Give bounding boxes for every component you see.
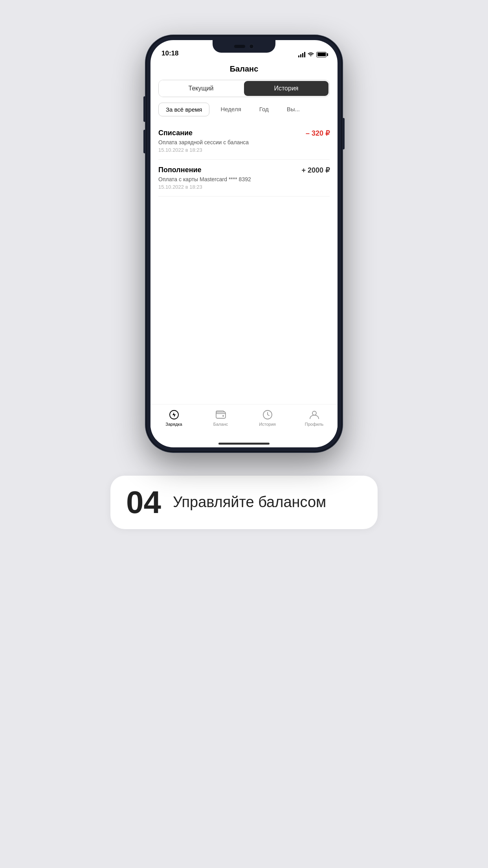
period-week[interactable]: Неделя [213, 103, 248, 116]
profile-icon [309, 409, 320, 420]
caption-text: Управляйте балансом [173, 493, 326, 511]
transaction-list: Списание – 320 ₽ Оплата зарядной сессии … [150, 123, 338, 404]
period-filters: За всё время Неделя Год Вы... [150, 103, 338, 123]
notch-camera [249, 44, 254, 49]
caption-number: 04 [126, 487, 161, 518]
home-bar [218, 443, 270, 445]
phone-screen: 10:18 [150, 40, 338, 447]
notch-sensor [234, 45, 245, 48]
nav-item-charge[interactable]: Зарядка [162, 409, 186, 427]
period-custom[interactable]: Вы... [280, 103, 307, 116]
transaction-desc-1: Оплата с карты Mastercard **** 8392 [158, 176, 330, 182]
bottom-nav: Зарядка Баланс [150, 404, 338, 440]
transaction-name-1: Пополнение [158, 166, 202, 174]
svg-point-2 [222, 415, 224, 417]
period-all[interactable]: За всё время [158, 103, 209, 116]
history-icon [262, 409, 273, 420]
caption-card: 04 Управляйте балансом [110, 476, 378, 529]
home-indicator [150, 440, 338, 447]
nav-label-history: История [259, 422, 276, 427]
nav-label-balance: Баланс [213, 422, 228, 427]
svg-point-4 [312, 411, 316, 415]
transaction-item-0: Списание – 320 ₽ Оплата зарядной сессии … [158, 123, 330, 160]
transaction-header-0: Списание – 320 ₽ [158, 129, 330, 138]
wallet-icon [215, 409, 226, 420]
phone-mockup: 10:18 [146, 35, 342, 452]
battery-icon [316, 52, 327, 57]
status-icons [298, 51, 327, 57]
signal-icon [298, 52, 305, 57]
tab-history[interactable]: История [244, 81, 328, 96]
transaction-amount-0: – 320 ₽ [306, 129, 330, 138]
nav-label-charge: Зарядка [165, 422, 182, 427]
tab-switcher: Текущий История [158, 80, 330, 97]
app-content: Баланс Текущий История За всё время Неде… [150, 61, 338, 447]
transaction-date-1: 15.10.2022 в 18:23 [158, 184, 330, 190]
notch [213, 40, 275, 53]
period-year[interactable]: Год [252, 103, 276, 116]
transaction-desc-0: Оплата зарядной сессии с баланса [158, 139, 330, 145]
page-title: Баланс [150, 61, 338, 80]
transaction-date-0: 15.10.2022 в 18:23 [158, 147, 330, 153]
transaction-amount-1: + 2000 ₽ [301, 166, 330, 175]
transaction-item-1: Пополнение + 2000 ₽ Оплата с карты Maste… [158, 160, 330, 197]
status-time: 10:18 [161, 50, 178, 57]
svg-rect-1 [216, 412, 226, 418]
tab-current[interactable]: Текущий [159, 80, 243, 97]
wifi-icon [308, 51, 314, 57]
nav-label-profile: Профиль [305, 422, 324, 427]
nav-item-profile[interactable]: Профиль [303, 409, 326, 427]
battery-fill [317, 53, 326, 56]
transaction-header-1: Пополнение + 2000 ₽ [158, 166, 330, 175]
nav-item-balance[interactable]: Баланс [209, 409, 233, 427]
charge-icon [169, 409, 180, 420]
transaction-name-0: Списание [158, 129, 193, 137]
phone-shell: 10:18 [146, 35, 342, 452]
nav-item-history[interactable]: История [256, 409, 279, 427]
